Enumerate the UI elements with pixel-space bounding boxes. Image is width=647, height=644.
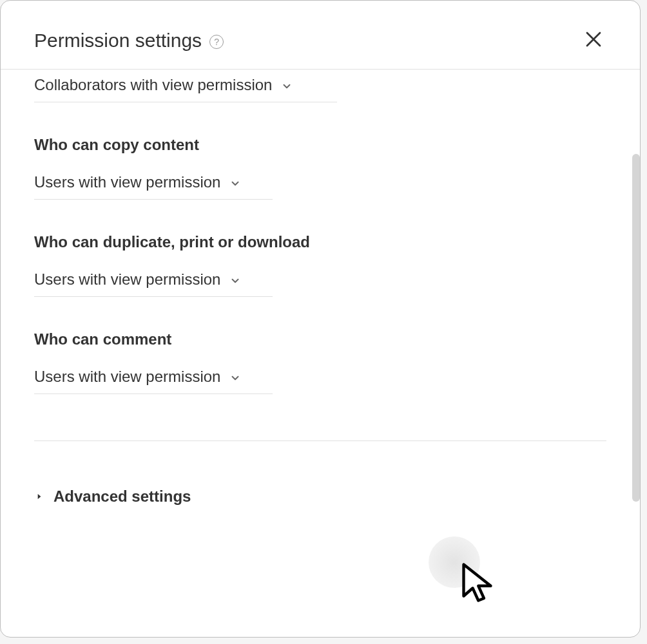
dropdown-value: Collaborators with view permission <box>34 76 272 94</box>
duplicate-print-download-dropdown[interactable]: Users with view permission <box>34 270 273 297</box>
dropdown-value: Users with view permission <box>34 368 220 386</box>
collaborators-view-dropdown[interactable]: Collaborators with view permission <box>34 76 337 102</box>
help-icon[interactable] <box>209 35 224 49</box>
chevron-down-icon <box>229 275 241 287</box>
chevron-down-icon <box>229 372 241 384</box>
comment-dropdown[interactable]: Users with view permission <box>34 368 273 394</box>
copy-content-section: Who can copy content Users with view per… <box>34 136 606 200</box>
section-title: Who can comment <box>34 330 606 348</box>
advanced-settings-label: Advanced settings <box>53 488 191 506</box>
section-title: Who can duplicate, print or download <box>34 233 606 251</box>
advanced-settings-toggle[interactable]: Advanced settings <box>34 488 606 506</box>
divider <box>34 440 606 441</box>
chevron-right-icon <box>34 491 44 502</box>
modal-header: Permission settings <box>1 1 640 70</box>
comment-section: Who can comment Users with view permissi… <box>34 330 606 394</box>
permission-settings-modal: Permission settings Collaborators with v… <box>0 0 641 638</box>
scrollbar-thumb[interactable] <box>632 154 640 502</box>
chevron-down-icon <box>281 80 293 92</box>
section-title: Who can copy content <box>34 136 606 154</box>
modal-body: Collaborators with view permission Who c… <box>1 70 640 637</box>
svg-marker-2 <box>38 494 41 499</box>
dropdown-value: Users with view permission <box>34 270 220 289</box>
close-icon <box>584 30 603 52</box>
duplicate-print-download-section: Who can duplicate, print or download Use… <box>34 233 606 297</box>
modal-title-wrap: Permission settings <box>34 30 224 52</box>
copy-content-dropdown[interactable]: Users with view permission <box>34 173 273 200</box>
dropdown-value: Users with view permission <box>34 173 220 191</box>
close-button[interactable] <box>581 28 606 53</box>
chevron-down-icon <box>229 178 241 189</box>
modal-title: Permission settings <box>34 30 202 52</box>
